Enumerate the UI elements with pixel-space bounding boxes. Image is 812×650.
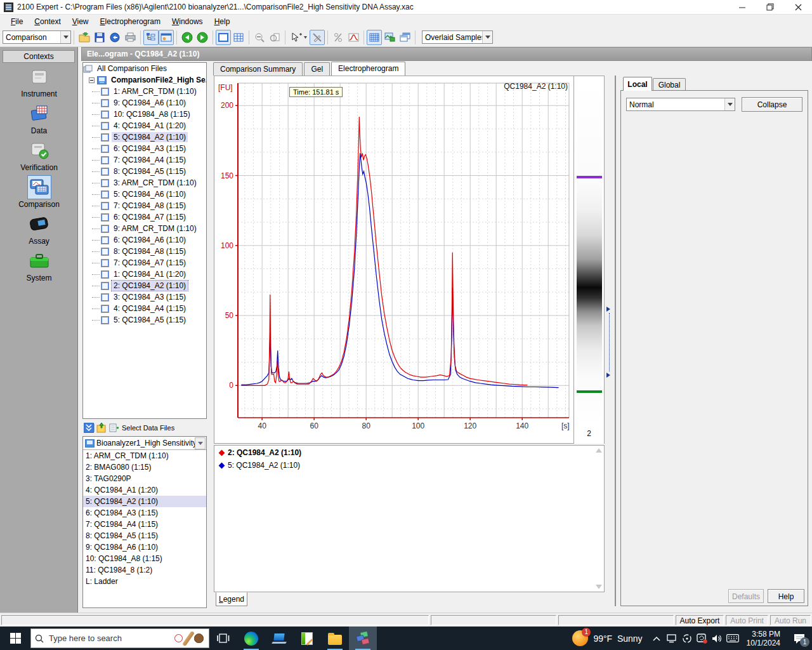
tree-sample-item[interactable]: 2: QC1984_A2 (1:10): [83, 280, 206, 291]
tree-sample-item[interactable]: 6: QC1984_A3 (1:15): [83, 143, 206, 154]
tree-sample-item[interactable]: 4: QC1984_A1 (1:20): [83, 120, 206, 131]
menu-file[interactable]: File: [5, 15, 29, 28]
data-file-item[interactable]: L: Ladder: [83, 576, 206, 587]
tab-electropherogram[interactable]: Electropherogram: [331, 62, 405, 76]
print-icon[interactable]: [122, 30, 138, 45]
sample-checkbox[interactable]: [101, 236, 109, 244]
data-file-item[interactable]: 6: QC1984_A3 (1:15): [83, 507, 206, 519]
data-file-item[interactable]: 9: QC1984_A6 (1:10): [83, 541, 206, 553]
zoom-out-icon[interactable]: [252, 30, 267, 45]
menu-context[interactable]: Context: [29, 15, 66, 28]
network-icon[interactable]: [664, 627, 679, 650]
restore-button[interactable]: [756, 0, 784, 14]
import-file-icon[interactable]: [96, 423, 107, 433]
tree-sample-item[interactable]: 5: QC1984_A2 (1:10): [83, 131, 206, 143]
taskbar-weather[interactable]: 1 99°F Sunny: [566, 627, 648, 650]
sample-checkbox[interactable]: [101, 179, 109, 187]
tab-gel[interactable]: Gel: [304, 62, 330, 76]
tree-sample-item[interactable]: 4: QC1984_A4 (1:15): [83, 303, 206, 314]
close-button[interactable]: [784, 0, 812, 14]
sample-checkbox[interactable]: [101, 99, 109, 107]
sample-checkbox[interactable]: [101, 190, 109, 199]
collapse-expander-icon[interactable]: [89, 77, 95, 83]
defaults-button[interactable]: Defaults: [728, 589, 764, 603]
gel-scale-slider[interactable]: [606, 307, 613, 378]
add-file-icon[interactable]: [109, 423, 120, 433]
nav-forward-icon[interactable]: [195, 30, 210, 45]
sample-checkbox[interactable]: [101, 316, 109, 324]
sidebar-item-data[interactable]: Data: [0, 102, 78, 135]
tree-comparison-file[interactable]: ComparisonFile2_High Se...: [83, 74, 206, 86]
taskbar-clock[interactable]: 3:58 PM 10/1/2024: [740, 630, 787, 647]
taskbar-app-notepad[interactable]: [293, 627, 321, 650]
sample-checkbox[interactable]: [101, 110, 109, 119]
sidebar-item-assay[interactable]: Assay: [0, 212, 78, 246]
collapse-button[interactable]: Collapse: [742, 97, 802, 112]
zoom-page-icon[interactable]: [267, 30, 282, 45]
single-view-icon[interactable]: [216, 30, 231, 45]
data-file-item[interactable]: 7: QC1984_A4 (1:15): [83, 519, 206, 530]
taskbar-app-2100-expert[interactable]: [349, 627, 377, 650]
tree-sample-item[interactable]: 1: QC1984_A1 (1:20): [83, 269, 206, 280]
pointer-mode-icon[interactable]: [288, 30, 310, 45]
sidebar-item-system[interactable]: System: [0, 249, 78, 282]
sample-checkbox[interactable]: [101, 133, 109, 142]
data-file-item[interactable]: 1: ARM_CR_TDM (1:10): [83, 450, 206, 461]
annotation-off-icon[interactable]: [310, 30, 325, 45]
sample-checkbox[interactable]: [101, 88, 109, 96]
auto-print-indicator[interactable]: Auto Print: [726, 615, 768, 625]
data-file-item[interactable]: 2: BMAG080 (1:15): [83, 461, 206, 473]
sample-checkbox[interactable]: [101, 305, 109, 313]
sample-checkbox[interactable]: [101, 282, 109, 290]
minimize-button[interactable]: [728, 0, 756, 14]
tree-sample-item[interactable]: 7: QC1984_A7 (1:15): [83, 257, 206, 269]
tree-sample-item[interactable]: 3: ARM_CR_TDM (1:10): [83, 177, 206, 189]
sample-checkbox[interactable]: [101, 156, 109, 164]
keyboard-icon[interactable]: [725, 627, 740, 650]
legend-scroll-up-icon[interactable]: [596, 448, 602, 453]
tile-windows-icon[interactable]: [397, 30, 412, 45]
tree-sample-item[interactable]: 6: QC1984_A7 (1:15): [83, 211, 206, 223]
electropherogram-chart[interactable]: 050100150200406080100120140[FU][s]QC1984…: [214, 76, 573, 443]
taskbar-app-file-explorer[interactable]: [321, 627, 349, 650]
save-icon[interactable]: [92, 30, 107, 45]
sample-checkbox[interactable]: [101, 248, 109, 256]
legend-entry[interactable]: 5: QC1984_A2 (1:10): [214, 458, 604, 471]
gel-lane[interactable]: [577, 78, 602, 427]
vertical-splitter[interactable]: [615, 76, 616, 606]
help-button[interactable]: Help: [768, 589, 804, 603]
tab-global[interactable]: Global: [653, 78, 686, 91]
sidebar-item-comparison[interactable]: Comparison: [0, 175, 78, 209]
auto-run-indicator[interactable]: Auto Run: [770, 615, 811, 625]
sample-checkbox[interactable]: [101, 225, 109, 233]
tree-sample-item[interactable]: 8: QC1984_A8 (1:15): [83, 246, 206, 257]
tree-sample-item[interactable]: 3: QC1984_A3 (1:15): [83, 291, 206, 303]
sample-checkbox[interactable]: [101, 259, 109, 267]
tab-local[interactable]: Local: [623, 77, 652, 91]
slider-top-handle[interactable]: [606, 307, 610, 312]
data-file-item[interactable]: 11: QC1984_8 (1:2): [83, 564, 206, 576]
overlay-combobox[interactable]: Overlaid Samples: [422, 30, 493, 44]
tree-sample-item[interactable]: 7: QC1984_A4 (1:15): [83, 154, 206, 166]
nav-back-icon[interactable]: [180, 30, 195, 45]
menu-help[interactable]: Help: [209, 15, 236, 28]
data-file-item[interactable]: 10: QC1984_A8 (1:15): [83, 553, 206, 564]
sample-checkbox[interactable]: [101, 293, 109, 302]
sidebar-item-verification[interactable]: Verification: [0, 138, 78, 172]
sample-checkbox[interactable]: [101, 122, 109, 130]
taskbar-app-remote-desktop[interactable]: [265, 627, 293, 650]
tree-sample-item[interactable]: 5: QC1984_A6 (1:10): [83, 189, 206, 200]
tree-sample-item[interactable]: 10: QC1984_A8 (1:15): [83, 109, 206, 120]
tree-sample-item[interactable]: 5: QC1984_A5 (1:15): [83, 314, 206, 326]
undo-icon[interactable]: [107, 30, 122, 45]
open-file-icon[interactable]: [77, 30, 92, 45]
grid-view-icon[interactable]: [231, 30, 246, 45]
cast-icon[interactable]: [679, 627, 695, 650]
tree-sample-item[interactable]: 7: QC1984_A8 (1:15): [83, 200, 206, 211]
legend-tab[interactable]: Legend: [216, 592, 247, 606]
align-off-icon[interactable]: [331, 30, 346, 45]
sample-checkbox[interactable]: [101, 270, 109, 279]
tree-sample-item[interactable]: 9: QC1984_A6 (1:10): [83, 97, 206, 109]
data-file-item[interactable]: 8: QC1984_A5 (1:15): [83, 530, 206, 541]
sample-checkbox[interactable]: [101, 145, 109, 153]
